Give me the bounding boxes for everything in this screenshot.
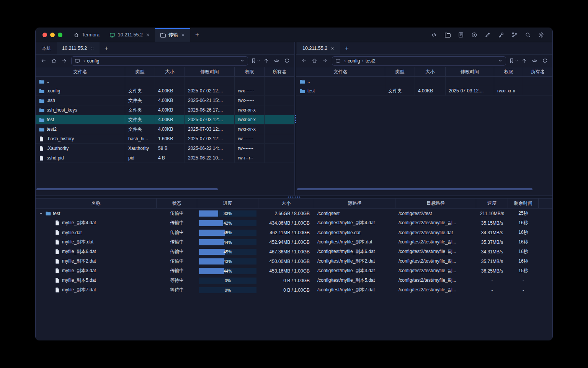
titlebar-action-button[interactable] [510,30,519,40]
transfer-row[interactable]: myfile_副本2.dat 传输中 43% 450.00MB / 1.00GB… [36,256,552,266]
titlebar-action-button[interactable] [429,30,439,40]
forward-button[interactable] [59,56,69,66]
file-row[interactable]: .config 文件夹 4.00KB 2025-07-02 12:... rwx… [36,86,294,96]
column-header[interactable]: 大小 [415,67,446,76]
parent-directory-button[interactable] [261,56,271,66]
transfer-name-cell[interactable]: myfile_副本.dat [36,239,157,245]
pane-tab[interactable]: 10.211.55.2 [57,42,100,54]
transfer-name-cell[interactable]: myfile_副本6.dat [36,248,157,255]
titlebar-action-button[interactable] [496,30,506,40]
column-header[interactable]: 源路径 [314,199,395,208]
file-row[interactable]: sshd.pid pid 4 B 2025-06-22 10:... rw-r-… [36,153,294,163]
transfer-row[interactable]: test 传输中 33% 2.66GB / 8.00GB /config/tes… [36,209,552,218]
minimize-window-button[interactable] [50,33,55,37]
window-tab[interactable]: Termora [69,28,105,42]
transfer-row[interactable]: myfile_副本6.dat 传输中 45% 467.36MB / 1.00GB… [36,247,552,256]
column-header[interactable]: 进度 [197,199,258,208]
transfer-name-cell[interactable]: myfile.dat [36,230,157,235]
home-button[interactable] [310,56,319,66]
file-row[interactable]: test 文件夹 4.00KB 2025-07-03 12:... rwxr-x… [296,86,552,96]
column-header[interactable]: 大小 [258,199,314,208]
path-bar[interactable]: ›config›test2 [332,56,506,66]
breadcrumb-segment[interactable]: test2 [366,58,376,64]
transfer-row[interactable]: myfile_副本7.dat 等待中 0% 0 B / 1.00GB /conf… [36,285,552,295]
transfer-row[interactable]: myfile_副本4.dat 传输中 42% 434.86MB / 1.00GB… [36,218,552,228]
scrollbar-thumb[interactable] [36,188,218,190]
chevron-down-icon[interactable] [498,58,503,63]
titlebar-action-button[interactable] [483,30,493,40]
column-header[interactable]: 所有者 [265,67,294,76]
file-row[interactable]: .bash_history bash_hi... 1.60KB 2025-07-… [36,134,294,144]
column-header[interactable]: 文件名 [36,67,125,76]
window-tab[interactable]: 10.211.55.2 [105,28,155,42]
refresh-button[interactable] [282,56,291,66]
column-header[interactable]: 速度 [476,199,508,208]
transfer-row[interactable]: myfile_副本3.dat 传输中 44% 453.16MB / 1.00GB… [36,266,552,276]
expand-chevron-icon[interactable] [39,211,43,216]
splitter-grip[interactable] [288,197,301,198]
file-table-header[interactable]: 文件名类型大小修改时间权限所有者 [36,67,294,77]
back-button[interactable] [39,56,48,66]
column-header[interactable]: 修改时间 [446,67,494,76]
column-header[interactable]: 类型 [125,67,155,76]
path-bar[interactable]: ›config [71,56,248,66]
window-tab[interactable]: 传输 [155,28,190,42]
transfer-row[interactable]: myfile_副本.dat 传输中 44% 452.94MB / 1.00GB … [36,237,552,247]
breadcrumb-segment[interactable]: config [348,58,360,64]
home-button[interactable] [49,56,58,66]
file-row[interactable]: .Xauthority Xauthority 58 B 2025-06-22 1… [36,144,294,153]
transfer-name-cell[interactable]: myfile_副本2.dat [36,258,157,264]
horizontal-scrollbar[interactable] [36,188,292,190]
transfer-name-cell[interactable]: test [36,210,157,216]
column-header[interactable]: 修改时间 [185,67,235,76]
column-header[interactable]: 大小 [155,67,185,76]
forward-button[interactable] [320,56,329,66]
horizontal-scrollbar[interactable] [297,188,550,190]
zoom-window-button[interactable] [58,33,62,37]
column-header[interactable]: 所有者 [523,67,552,76]
close-icon[interactable] [181,33,185,37]
new-pane-tab-button[interactable]: + [100,42,113,54]
titlebar-action-button[interactable] [443,30,452,40]
bookmark-button[interactable] [251,56,260,66]
column-header[interactable]: 权限 [235,67,265,76]
transfer-name-cell[interactable]: myfile_副本4.dat [36,220,157,226]
column-header[interactable]: 类型 [385,67,415,76]
file-row[interactable]: .ssh 文件夹 4.00KB 2025-06-21 15:... rwx---… [36,96,294,105]
file-table-header[interactable]: 文件名类型大小修改时间权限所有者 [296,67,552,77]
parent-directory-button[interactable] [519,56,529,66]
titlebar-action-button[interactable] [523,30,533,40]
file-row[interactable]: .. [36,77,294,86]
file-row[interactable]: ssh_host_keys 文件夹 4.00KB 2025-06-26 17:.… [36,105,294,115]
horizontal-splitter[interactable] [36,196,552,199]
transfer-row[interactable]: myfile.dat 传输中 45% 462.11MB / 1.00GB /co… [36,228,552,237]
column-header[interactable]: 状态 [157,199,197,208]
chevron-down-icon[interactable] [240,58,245,63]
bookmark-button[interactable] [509,56,518,66]
file-row[interactable]: test2 文件夹 4.00KB 2025-07-03 12:... rwxr-… [36,125,294,134]
column-header[interactable]: 目标路径 [395,199,476,208]
transfer-name-cell[interactable]: myfile_副本7.dat [36,287,157,293]
new-pane-tab-button[interactable]: + [340,42,354,54]
scrollbar-thumb[interactable] [297,188,532,190]
transfer-table-header[interactable]: 名称状态进度大小源路径目标路径速度剩余时间 [36,199,552,209]
transfer-name-cell[interactable]: myfile_副本3.dat [36,268,157,274]
new-window-tab-button[interactable]: + [190,28,204,42]
refresh-button[interactable] [540,56,549,66]
close-icon[interactable] [90,46,94,51]
titlebar-action-button[interactable] [456,30,466,40]
titlebar-action-button[interactable] [469,30,479,40]
back-button[interactable] [299,56,309,66]
close-icon[interactable] [145,33,150,37]
titlebar-action-button[interactable] [536,30,546,40]
column-header[interactable]: 名称 [36,199,157,208]
close-window-button[interactable] [42,33,47,37]
splitter-grip[interactable] [295,115,296,123]
pane-tab[interactable]: 本机 [36,42,57,54]
close-icon[interactable] [330,46,335,51]
file-row[interactable]: test 文件夹 4.00KB 2025-07-03 12:... rwxr-x… [36,115,294,125]
pane-tab[interactable]: 10.211.55.2 [297,42,340,54]
show-hidden-files-button[interactable] [272,56,281,66]
show-hidden-files-button[interactable] [530,56,539,66]
file-row[interactable]: .. [296,77,552,86]
